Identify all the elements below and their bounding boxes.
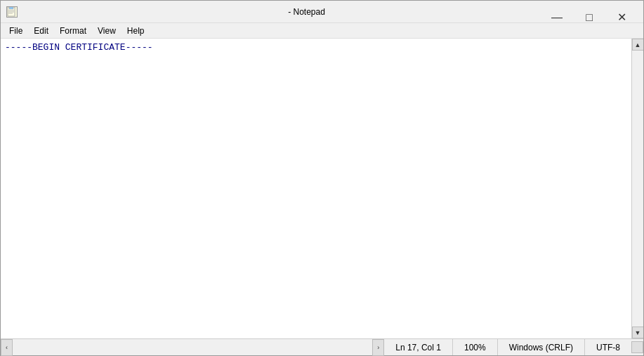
status-sections: Ln 17, Col 1 100% Windows (CRLF) UTF-8: [384, 339, 631, 355]
menu-view[interactable]: View: [92, 25, 121, 37]
scroll-up-button[interactable]: ▲: [632, 39, 644, 51]
scrollbar-corner: [631, 341, 643, 353]
scroll-right-button[interactable]: ›: [372, 339, 384, 356]
menu-format[interactable]: Format: [54, 25, 92, 37]
cursor-position: Ln 17, Col 1: [384, 339, 452, 355]
minimize-button[interactable]: —: [541, 6, 573, 29]
scroll-left-button[interactable]: ‹: [1, 339, 13, 356]
window-title: - Notepad: [18, 7, 596, 17]
status-bar: ‹ › Ln 17, Col 1 100% Windows (CRLF) UTF…: [1, 338, 643, 355]
text-editor[interactable]: -----BEGIN CERTIFICATE-----: [1, 39, 631, 338]
scroll-track-y[interactable]: [632, 51, 644, 327]
menu-file[interactable]: File: [4, 25, 28, 37]
app-icon: [6, 6, 18, 18]
maximize-button[interactable]: □: [573, 6, 605, 29]
encoding: UTF-8: [584, 339, 631, 355]
menu-help[interactable]: Help: [121, 25, 150, 37]
title-bar: - Notepad — □ ✕: [1, 1, 643, 23]
scroll-down-button[interactable]: ▼: [632, 327, 644, 338]
close-button[interactable]: ✕: [605, 6, 638, 29]
notepad-window: - Notepad — □ ✕ File Edit Format View He…: [0, 0, 644, 356]
zoom-level: 100%: [452, 339, 497, 355]
menu-edit[interactable]: Edit: [28, 25, 54, 37]
line-ending: Windows (CRLF): [497, 339, 584, 355]
editor-area: -----BEGIN CERTIFICATE----- ▲ ▼: [1, 39, 643, 338]
svg-rect-1: [9, 7, 13, 9]
scroll-track-x[interactable]: [13, 339, 372, 355]
vertical-scrollbar: ▲ ▼: [631, 39, 643, 338]
